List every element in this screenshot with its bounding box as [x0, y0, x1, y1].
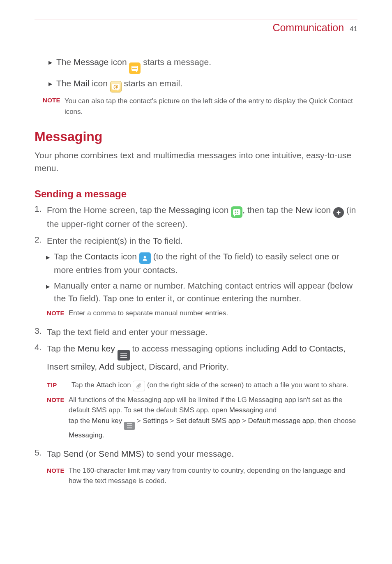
menu-key-icon — [118, 350, 130, 361]
tip-attach: TIP Tap the Attach icon (on the right si… — [47, 380, 357, 391]
note-char-limit: NOTE The 160-character limit may vary fr… — [47, 465, 357, 486]
triangle-icon: ▶ — [46, 280, 50, 290]
text: The — [56, 79, 74, 88]
text: icon — [313, 205, 333, 215]
text: (or — [83, 449, 99, 458]
step-4: Tap the Menu key to access messaging opt… — [35, 342, 357, 444]
page-number: 41 — [350, 25, 357, 33]
text: starts an email. — [124, 79, 182, 88]
text: (to the right of the — [151, 252, 223, 261]
text-bold: To — [223, 252, 232, 261]
text: . — [102, 431, 104, 439]
text-bold: Send — [63, 449, 83, 458]
note-label: NOTE — [47, 308, 65, 318]
text: > — [168, 417, 176, 425]
text: icon — [116, 381, 133, 389]
text: The — [56, 57, 74, 67]
section-title: Communication — [272, 22, 344, 34]
text: , and — [178, 362, 200, 371]
text-bold: Contacts — [85, 252, 119, 261]
note-text: Enter a comma to separate manual number … — [69, 308, 228, 319]
triangle-icon: ▶ — [48, 77, 52, 87]
note-quick-contact: NOTE You can also tap the contact's pict… — [43, 96, 357, 117]
triangle-icon: ▶ — [46, 250, 50, 261]
text: icon — [108, 57, 129, 67]
bullet-message: ▶ The Message icon starts a message. — [48, 56, 357, 74]
text: (on the right side of the screen) to att… — [147, 381, 348, 389]
text-bold: Messaging — [69, 431, 102, 439]
text-bold: Messaging — [168, 205, 210, 215]
messaging-app-icon — [231, 206, 242, 218]
bullet-mail: ▶ The Mail icon @ starts an email. — [48, 77, 357, 93]
triangle-icon: ▶ — [48, 56, 52, 65]
text-bold: To — [153, 236, 162, 245]
header-rule — [35, 19, 357, 19]
messaging-intro: Your phone combines text and multimedia … — [35, 149, 357, 174]
text-bold: Menu key — [92, 417, 122, 425]
text: All functions of the Messaging app will … — [69, 396, 343, 414]
text: > — [240, 417, 248, 425]
text: . — [226, 362, 229, 371]
note-text: The 160-character limit may vary from co… — [69, 465, 357, 486]
text: to access messaging options including — [130, 344, 282, 353]
text: starts a message. — [143, 57, 211, 67]
note-label: NOTE — [43, 96, 60, 104]
note-label: NOTE — [47, 395, 65, 405]
note-comma: NOTE Enter a comma to separate manual nu… — [47, 308, 357, 319]
text: icon — [210, 205, 231, 215]
step2-sub-contacts: ▶ Tap the Contacts icon (to the right of… — [46, 250, 357, 276]
step-3: Tap the text field and enter your messag… — [35, 326, 357, 338]
heading-sending: Sending a message — [35, 188, 357, 200]
text: icon — [119, 252, 139, 261]
text-bold: Attach — [97, 381, 116, 389]
contacts-icon — [139, 252, 151, 264]
text: and — [263, 406, 277, 414]
menu-key-small-icon — [124, 422, 135, 430]
text-bold: Set default SMS app — [176, 417, 240, 425]
note-default-sms: NOTE All functions of the Messaging app … — [47, 395, 357, 441]
text: From the Home screen, tap the — [47, 205, 168, 215]
svg-point-0 — [144, 256, 146, 259]
text: Tap — [47, 449, 63, 458]
text-bold: Menu key — [78, 344, 115, 353]
text: , then choose — [314, 417, 356, 425]
text: Tap the — [71, 381, 97, 389]
text-bold: Messaging — [229, 406, 263, 414]
note-label: NOTE — [47, 465, 65, 475]
tip-label: TIP — [47, 380, 67, 390]
note-text: You can also tap the contact's picture o… — [65, 96, 357, 117]
text: Tap the — [54, 252, 85, 261]
heading-messaging: Messaging — [35, 129, 357, 144]
step2-sub-manual: ▶ Manually enter a name or number. Match… — [46, 280, 357, 305]
text-bold: Message — [74, 57, 108, 67]
text: Tap the — [47, 344, 78, 353]
text-bold: Settings — [143, 417, 168, 425]
page-header: Communication 41 — [35, 22, 357, 34]
step-5: Tap Send (or Send MMS) to send your mess… — [35, 448, 357, 489]
text-bold: Mail — [74, 79, 90, 88]
text-bold: Send MMS — [99, 449, 141, 458]
text: tap the — [69, 417, 92, 425]
step-1: From the Home screen, tap the Messaging … — [35, 204, 357, 230]
text: Enter the recipient(s) in the — [47, 236, 153, 245]
text-bold: To — [68, 294, 77, 303]
message-icon — [129, 62, 141, 74]
attach-icon — [133, 381, 145, 391]
text-bold: Priority — [200, 362, 226, 371]
text-bold: Default message app — [248, 417, 314, 425]
text: field). Tap one to enter it, or continue… — [77, 294, 301, 303]
step-2: Enter the recipient(s) in the To field. … — [35, 235, 357, 322]
text: ) to send your message. — [141, 449, 234, 458]
text: , then tap the — [242, 205, 295, 215]
text-bold: New — [295, 205, 313, 215]
text: icon — [90, 79, 110, 88]
text: > — [135, 417, 143, 425]
new-icon: + — [333, 207, 344, 218]
mail-icon: @ — [110, 81, 122, 92]
text: Tap the text field and enter your messag… — [47, 326, 357, 338]
text: field. — [162, 236, 182, 245]
